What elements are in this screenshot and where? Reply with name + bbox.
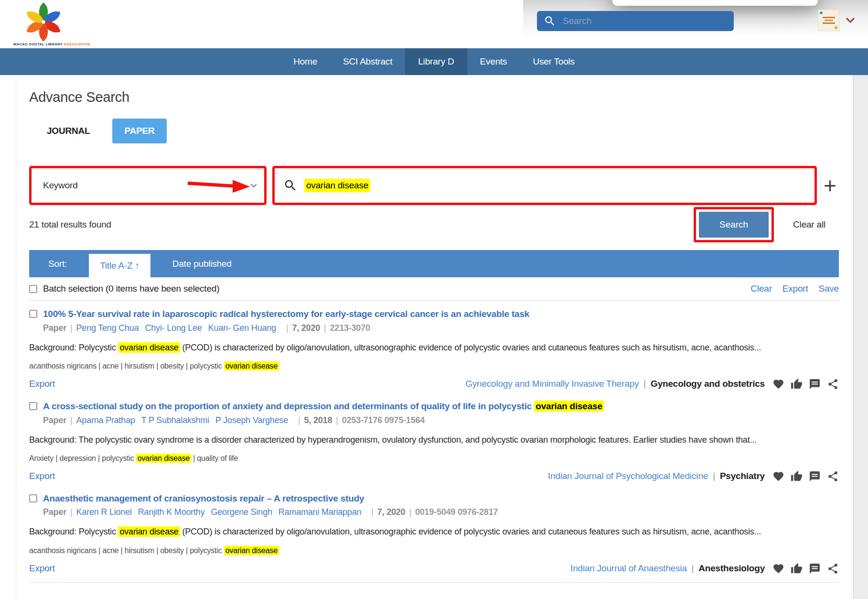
site-logo[interactable]: MACAO DIGITAL LIBRARY ASSOCIATION xyxy=(13,2,74,46)
like-thumbs-up-icon[interactable] xyxy=(791,563,803,575)
result-issn: 2213-3070 xyxy=(330,323,370,333)
sort-option-title-az[interactable]: Title A-Z ↑ xyxy=(89,254,150,277)
global-search-input[interactable] xyxy=(562,15,727,27)
author-link[interactable]: Ramamani Mariappan xyxy=(279,507,361,517)
result-issn: 0019-5049 0976-2817 xyxy=(415,507,498,517)
highlighted-term: ovarian disease xyxy=(534,401,604,412)
comment-icon[interactable] xyxy=(809,378,821,390)
result-date: 7, 2020 xyxy=(292,323,320,333)
avatar-decor xyxy=(823,17,835,18)
keyword-search-annotated[interactable]: ovarian disease xyxy=(272,166,817,205)
author-link[interactable]: P Joseph Varghese xyxy=(215,415,288,425)
author-link[interactable]: Georgene Singh xyxy=(211,507,272,517)
global-search-bar[interactable] xyxy=(537,11,734,31)
sort-option-date-published[interactable]: Date published xyxy=(172,259,232,269)
result-date: 7, 2020 xyxy=(377,507,406,517)
batch-selection-row: Batch selection (0 items have been selec… xyxy=(29,277,839,301)
category-label: Gynecology and obstetrics xyxy=(651,379,765,389)
export-link[interactable]: Export xyxy=(29,563,55,574)
page-scrollbar[interactable] xyxy=(853,75,868,599)
comment-icon[interactable] xyxy=(809,563,821,575)
author-link[interactable]: Karen R Lionel xyxy=(76,507,132,517)
result-meta: Paper | Aparna PrathapT P SubhalakshmiP … xyxy=(43,415,839,425)
field-select-annotated[interactable]: Keyword xyxy=(29,166,267,205)
favorite-heart-icon[interactable] xyxy=(772,470,784,482)
batch-export-link[interactable]: Export xyxy=(782,283,808,294)
results-count: 21 total results found xyxy=(29,219,111,230)
highlighted-term: ovarian disease xyxy=(118,526,180,537)
result-type: Paper xyxy=(43,507,66,517)
comment-icon[interactable] xyxy=(809,470,821,482)
favorite-heart-icon[interactable] xyxy=(772,378,784,390)
highlighted-term: ovarian disease xyxy=(224,361,279,370)
batch-clear-link[interactable]: Clear xyxy=(750,283,772,294)
result-title-link[interactable]: Anaesthetic management of craniosynostos… xyxy=(43,493,364,504)
journal-link[interactable]: Indian Journal of Anaesthesia xyxy=(570,563,687,574)
result-item: A cross-sectional study on the proportio… xyxy=(29,393,839,485)
result-checkbox[interactable] xyxy=(29,494,37,502)
author-link[interactable]: Chyi- Long Lee xyxy=(145,323,202,333)
avatar-decor xyxy=(820,11,823,14)
result-checkbox[interactable] xyxy=(29,310,37,318)
chevron-down-icon[interactable] xyxy=(250,183,257,188)
batch-selection-label: Batch selection (0 items have been selec… xyxy=(43,283,219,294)
clear-all-button[interactable]: Clear all xyxy=(793,219,825,230)
result-type: Paper xyxy=(43,323,66,333)
main-nav: Home SCI Abstract Library D Events User … xyxy=(0,48,868,75)
result-title-link[interactable]: 100% 5-Year survival rate in laparoscopi… xyxy=(43,308,529,320)
nav-item-events[interactable]: Events xyxy=(467,48,520,75)
author-link[interactable]: Aparna Prathap xyxy=(76,415,135,425)
export-link[interactable]: Export xyxy=(29,471,55,481)
result-item: 100% 5-Year survival rate in laparoscopi… xyxy=(29,301,839,393)
journal-link[interactable]: Gynecology and Minimally Invasive Therap… xyxy=(465,379,639,389)
tab-paper[interactable]: PAPER xyxy=(112,119,166,143)
highlighted-term: ovarian disease xyxy=(118,342,180,353)
highlighted-term: ovarian disease xyxy=(224,546,279,555)
share-icon[interactable] xyxy=(827,470,839,482)
avatar-decor xyxy=(823,22,835,24)
share-icon[interactable] xyxy=(827,563,839,575)
author-link[interactable]: T P Subhalakshmi xyxy=(141,415,209,425)
search-button[interactable]: Search xyxy=(699,212,769,238)
search-icon xyxy=(544,15,556,27)
account-chevron-down-icon[interactable] xyxy=(846,17,855,23)
category-label: Psychiatry xyxy=(720,471,765,481)
sort-bar: Sort: Title A-Z ↑ Date published xyxy=(29,250,839,277)
result-keywords: Anxiety | depression | polycystic ovaria… xyxy=(29,454,839,463)
result-date: 5, 2018 xyxy=(304,415,332,425)
export-link[interactable]: Export xyxy=(29,379,55,389)
author-list: Aparna PrathapT P SubhalakshmiP Joseph V… xyxy=(76,415,295,425)
add-filter-button[interactable]: + xyxy=(824,174,836,196)
nav-item-home[interactable]: Home xyxy=(280,48,330,75)
nav-item-library-d[interactable]: Library D xyxy=(405,48,467,75)
batch-selection-checkbox[interactable] xyxy=(29,285,37,293)
logo-text: MACAO DIGITAL LIBRARY ASSOCIATION xyxy=(13,42,74,46)
journal-link[interactable]: Indian Journal of Psychological Medicine xyxy=(548,471,708,481)
annotation-red-box: Search xyxy=(694,207,774,242)
result-title-link[interactable]: A cross-sectional study on the proportio… xyxy=(43,401,604,412)
tab-journal[interactable]: JOURNAL xyxy=(35,119,102,143)
filter-row: Keyword ovarian disease + xyxy=(29,166,839,205)
like-thumbs-up-icon[interactable] xyxy=(791,378,803,390)
category-label: Anesthesiology xyxy=(698,563,765,574)
result-type: Paper xyxy=(43,415,66,425)
keyword-query-value[interactable]: ovarian disease xyxy=(304,179,370,192)
profile-avatar[interactable] xyxy=(818,10,839,31)
nav-item-user-tools[interactable]: User Tools xyxy=(520,48,587,75)
highlighted-term: ovarian disease xyxy=(136,454,191,463)
author-link[interactable]: Kuan- Gen Huang xyxy=(208,323,276,333)
annotation-red-arrow xyxy=(187,178,251,194)
field-select-value[interactable]: Keyword xyxy=(43,180,78,191)
favorite-heart-icon[interactable] xyxy=(772,563,784,575)
like-thumbs-up-icon[interactable] xyxy=(791,470,803,482)
result-checkbox[interactable] xyxy=(29,402,37,410)
share-icon[interactable] xyxy=(827,378,839,390)
author-link[interactable]: Peng Teng Chua xyxy=(76,323,139,333)
result-meta: Paper | Karen R LionelRanjith K MoorthyG… xyxy=(43,507,839,517)
batch-save-link[interactable]: Save xyxy=(818,283,839,294)
result-abstract: Background: The polycystic ovary syndrom… xyxy=(29,432,784,448)
author-link[interactable]: Ranjith K Moorthy xyxy=(138,507,205,517)
result-abstract: Background: Polycystic ovarian disease (… xyxy=(29,523,784,540)
avatar-decor xyxy=(825,20,833,21)
nav-item-sci-abstract[interactable]: SCI Abstract xyxy=(330,48,405,75)
